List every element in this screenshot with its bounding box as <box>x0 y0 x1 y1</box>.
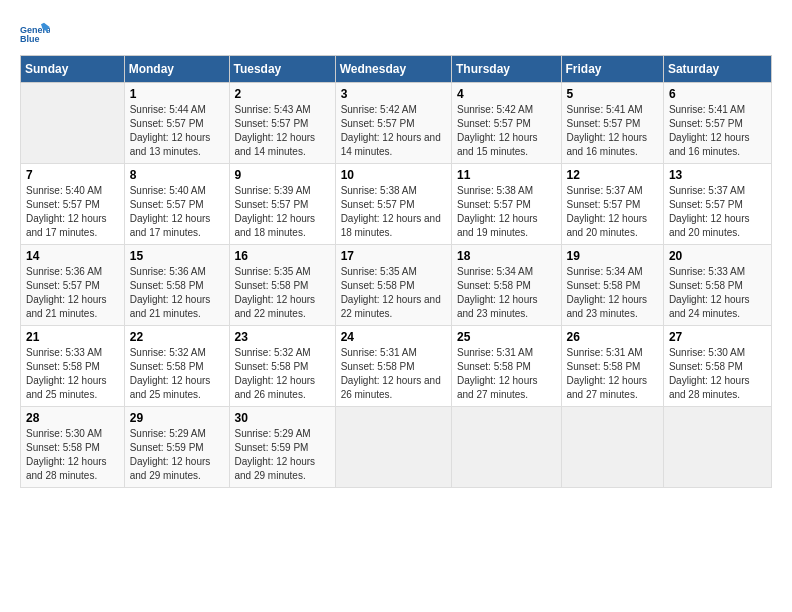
calendar-cell: 16Sunrise: 5:35 AMSunset: 5:58 PMDayligh… <box>229 245 335 326</box>
day-number: 2 <box>235 87 330 101</box>
calendar-cell: 11Sunrise: 5:38 AMSunset: 5:57 PMDayligh… <box>451 164 561 245</box>
day-info: Sunrise: 5:30 AMSunset: 5:58 PMDaylight:… <box>26 427 119 483</box>
calendar-cell: 1Sunrise: 5:44 AMSunset: 5:57 PMDaylight… <box>124 83 229 164</box>
day-number: 4 <box>457 87 556 101</box>
calendar-cell: 24Sunrise: 5:31 AMSunset: 5:58 PMDayligh… <box>335 326 451 407</box>
calendar-cell: 26Sunrise: 5:31 AMSunset: 5:58 PMDayligh… <box>561 326 663 407</box>
calendar-cell <box>335 407 451 488</box>
day-info: Sunrise: 5:33 AMSunset: 5:58 PMDaylight:… <box>26 346 119 402</box>
calendar-cell: 6Sunrise: 5:41 AMSunset: 5:57 PMDaylight… <box>663 83 771 164</box>
day-info: Sunrise: 5:29 AMSunset: 5:59 PMDaylight:… <box>235 427 330 483</box>
day-info: Sunrise: 5:31 AMSunset: 5:58 PMDaylight:… <box>567 346 658 402</box>
calendar-cell: 18Sunrise: 5:34 AMSunset: 5:58 PMDayligh… <box>451 245 561 326</box>
day-info: Sunrise: 5:37 AMSunset: 5:57 PMDaylight:… <box>567 184 658 240</box>
calendar-week-4: 21Sunrise: 5:33 AMSunset: 5:58 PMDayligh… <box>21 326 772 407</box>
day-info: Sunrise: 5:41 AMSunset: 5:57 PMDaylight:… <box>669 103 766 159</box>
day-number: 19 <box>567 249 658 263</box>
day-number: 1 <box>130 87 224 101</box>
day-info: Sunrise: 5:43 AMSunset: 5:57 PMDaylight:… <box>235 103 330 159</box>
day-info: Sunrise: 5:36 AMSunset: 5:57 PMDaylight:… <box>26 265 119 321</box>
calendar-cell: 4Sunrise: 5:42 AMSunset: 5:57 PMDaylight… <box>451 83 561 164</box>
day-info: Sunrise: 5:42 AMSunset: 5:57 PMDaylight:… <box>457 103 556 159</box>
day-number: 5 <box>567 87 658 101</box>
day-info: Sunrise: 5:32 AMSunset: 5:58 PMDaylight:… <box>130 346 224 402</box>
calendar-cell: 10Sunrise: 5:38 AMSunset: 5:57 PMDayligh… <box>335 164 451 245</box>
calendar-cell: 15Sunrise: 5:36 AMSunset: 5:58 PMDayligh… <box>124 245 229 326</box>
day-info: Sunrise: 5:34 AMSunset: 5:58 PMDaylight:… <box>567 265 658 321</box>
day-number: 15 <box>130 249 224 263</box>
day-info: Sunrise: 5:41 AMSunset: 5:57 PMDaylight:… <box>567 103 658 159</box>
day-number: 16 <box>235 249 330 263</box>
day-info: Sunrise: 5:44 AMSunset: 5:57 PMDaylight:… <box>130 103 224 159</box>
calendar-cell: 5Sunrise: 5:41 AMSunset: 5:57 PMDaylight… <box>561 83 663 164</box>
day-number: 18 <box>457 249 556 263</box>
day-info: Sunrise: 5:40 AMSunset: 5:57 PMDaylight:… <box>26 184 119 240</box>
day-info: Sunrise: 5:38 AMSunset: 5:57 PMDaylight:… <box>341 184 446 240</box>
calendar-cell: 2Sunrise: 5:43 AMSunset: 5:57 PMDaylight… <box>229 83 335 164</box>
col-header-sunday: Sunday <box>21 56 125 83</box>
day-number: 25 <box>457 330 556 344</box>
calendar-week-5: 28Sunrise: 5:30 AMSunset: 5:58 PMDayligh… <box>21 407 772 488</box>
day-number: 28 <box>26 411 119 425</box>
calendar-cell: 23Sunrise: 5:32 AMSunset: 5:58 PMDayligh… <box>229 326 335 407</box>
day-info: Sunrise: 5:31 AMSunset: 5:58 PMDaylight:… <box>457 346 556 402</box>
calendar-cell: 14Sunrise: 5:36 AMSunset: 5:57 PMDayligh… <box>21 245 125 326</box>
col-header-wednesday: Wednesday <box>335 56 451 83</box>
day-number: 14 <box>26 249 119 263</box>
day-info: Sunrise: 5:35 AMSunset: 5:58 PMDaylight:… <box>341 265 446 321</box>
calendar-cell: 3Sunrise: 5:42 AMSunset: 5:57 PMDaylight… <box>335 83 451 164</box>
day-number: 17 <box>341 249 446 263</box>
calendar-week-3: 14Sunrise: 5:36 AMSunset: 5:57 PMDayligh… <box>21 245 772 326</box>
day-info: Sunrise: 5:38 AMSunset: 5:57 PMDaylight:… <box>457 184 556 240</box>
day-info: Sunrise: 5:42 AMSunset: 5:57 PMDaylight:… <box>341 103 446 159</box>
day-number: 26 <box>567 330 658 344</box>
day-info: Sunrise: 5:35 AMSunset: 5:58 PMDaylight:… <box>235 265 330 321</box>
svg-text:Blue: Blue <box>20 34 40 44</box>
day-number: 6 <box>669 87 766 101</box>
calendar-cell <box>663 407 771 488</box>
calendar-cell: 17Sunrise: 5:35 AMSunset: 5:58 PMDayligh… <box>335 245 451 326</box>
calendar-cell: 9Sunrise: 5:39 AMSunset: 5:57 PMDaylight… <box>229 164 335 245</box>
calendar-cell <box>451 407 561 488</box>
day-info: Sunrise: 5:40 AMSunset: 5:57 PMDaylight:… <box>130 184 224 240</box>
calendar-cell: 12Sunrise: 5:37 AMSunset: 5:57 PMDayligh… <box>561 164 663 245</box>
calendar-cell: 20Sunrise: 5:33 AMSunset: 5:58 PMDayligh… <box>663 245 771 326</box>
calendar-cell <box>21 83 125 164</box>
calendar-cell: 28Sunrise: 5:30 AMSunset: 5:58 PMDayligh… <box>21 407 125 488</box>
day-number: 23 <box>235 330 330 344</box>
day-number: 13 <box>669 168 766 182</box>
day-number: 30 <box>235 411 330 425</box>
calendar-header-row: SundayMondayTuesdayWednesdayThursdayFrid… <box>21 56 772 83</box>
day-info: Sunrise: 5:33 AMSunset: 5:58 PMDaylight:… <box>669 265 766 321</box>
day-info: Sunrise: 5:32 AMSunset: 5:58 PMDaylight:… <box>235 346 330 402</box>
day-number: 29 <box>130 411 224 425</box>
col-header-monday: Monday <box>124 56 229 83</box>
day-info: Sunrise: 5:37 AMSunset: 5:57 PMDaylight:… <box>669 184 766 240</box>
calendar-cell: 27Sunrise: 5:30 AMSunset: 5:58 PMDayligh… <box>663 326 771 407</box>
calendar-cell: 13Sunrise: 5:37 AMSunset: 5:57 PMDayligh… <box>663 164 771 245</box>
day-number: 3 <box>341 87 446 101</box>
day-info: Sunrise: 5:34 AMSunset: 5:58 PMDaylight:… <box>457 265 556 321</box>
calendar-cell: 30Sunrise: 5:29 AMSunset: 5:59 PMDayligh… <box>229 407 335 488</box>
logo-icon: General Blue <box>20 20 50 45</box>
day-info: Sunrise: 5:30 AMSunset: 5:58 PMDaylight:… <box>669 346 766 402</box>
calendar-cell: 25Sunrise: 5:31 AMSunset: 5:58 PMDayligh… <box>451 326 561 407</box>
day-number: 24 <box>341 330 446 344</box>
day-number: 10 <box>341 168 446 182</box>
logo: General Blue <box>20 20 54 45</box>
day-number: 22 <box>130 330 224 344</box>
calendar-cell: 29Sunrise: 5:29 AMSunset: 5:59 PMDayligh… <box>124 407 229 488</box>
day-number: 27 <box>669 330 766 344</box>
calendar-cell: 22Sunrise: 5:32 AMSunset: 5:58 PMDayligh… <box>124 326 229 407</box>
day-number: 8 <box>130 168 224 182</box>
page-header: General Blue <box>20 20 772 45</box>
day-info: Sunrise: 5:39 AMSunset: 5:57 PMDaylight:… <box>235 184 330 240</box>
calendar-cell: 21Sunrise: 5:33 AMSunset: 5:58 PMDayligh… <box>21 326 125 407</box>
day-number: 11 <box>457 168 556 182</box>
col-header-saturday: Saturday <box>663 56 771 83</box>
col-header-friday: Friday <box>561 56 663 83</box>
day-info: Sunrise: 5:31 AMSunset: 5:58 PMDaylight:… <box>341 346 446 402</box>
calendar-week-1: 1Sunrise: 5:44 AMSunset: 5:57 PMDaylight… <box>21 83 772 164</box>
calendar-cell: 19Sunrise: 5:34 AMSunset: 5:58 PMDayligh… <box>561 245 663 326</box>
day-info: Sunrise: 5:29 AMSunset: 5:59 PMDaylight:… <box>130 427 224 483</box>
